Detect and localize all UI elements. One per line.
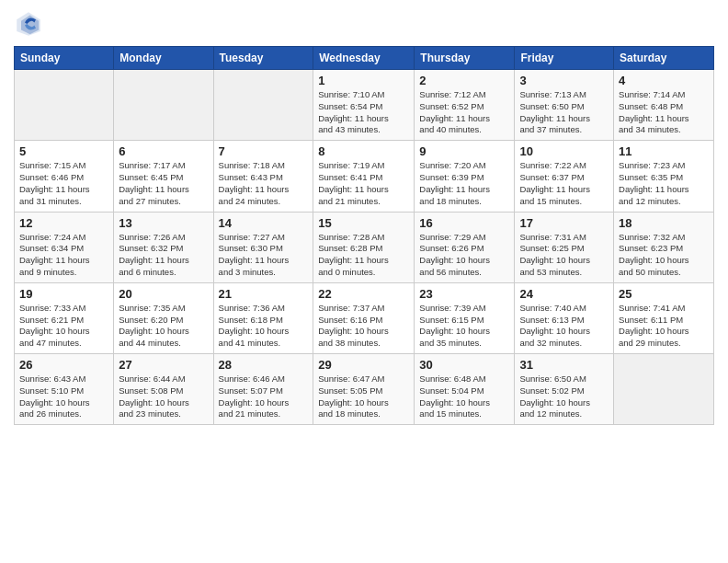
calendar-cell: 11Sunrise: 7:23 AM Sunset: 6:35 PM Dayli…	[614, 141, 714, 212]
day-info: Sunrise: 7:26 AM Sunset: 6:32 PM Dayligh…	[119, 232, 208, 279]
day-number: 12	[19, 216, 108, 230]
calendar-cell: 31Sunrise: 6:50 AM Sunset: 5:02 PM Dayli…	[515, 354, 614, 425]
weekday-header-thursday: Thursday	[415, 47, 515, 70]
calendar-cell: 13Sunrise: 7:26 AM Sunset: 6:32 PM Dayli…	[114, 212, 213, 282]
day-info: Sunrise: 7:33 AM Sunset: 6:21 PM Dayligh…	[19, 303, 108, 350]
day-info: Sunrise: 6:50 AM Sunset: 5:02 PM Dayligh…	[519, 373, 609, 420]
header	[14, 9, 714, 39]
day-number: 15	[318, 216, 409, 230]
calendar-week-row: 1Sunrise: 7:10 AM Sunset: 6:54 PM Daylig…	[15, 70, 714, 141]
day-number: 20	[119, 287, 208, 301]
day-info: Sunrise: 7:10 AM Sunset: 6:54 PM Dayligh…	[318, 89, 409, 136]
calendar-week-row: 12Sunrise: 7:24 AM Sunset: 6:34 PM Dayli…	[15, 212, 714, 282]
day-number: 8	[318, 144, 409, 158]
calendar-cell: 27Sunrise: 6:44 AM Sunset: 5:08 PM Dayli…	[114, 354, 213, 425]
day-info: Sunrise: 7:19 AM Sunset: 6:41 PM Dayligh…	[318, 160, 409, 207]
calendar-cell: 4Sunrise: 7:14 AM Sunset: 6:48 PM Daylig…	[614, 70, 714, 141]
calendar-cell: 17Sunrise: 7:31 AM Sunset: 6:25 PM Dayli…	[515, 212, 614, 282]
day-number: 11	[619, 144, 709, 158]
day-number: 28	[219, 358, 309, 372]
day-number: 21	[219, 287, 309, 301]
calendar-cell: 29Sunrise: 6:47 AM Sunset: 5:05 PM Dayli…	[313, 354, 415, 425]
weekday-header-monday: Monday	[114, 47, 213, 70]
calendar-table: SundayMondayTuesdayWednesdayThursdayFrid…	[14, 46, 714, 425]
calendar-cell: 2Sunrise: 7:12 AM Sunset: 6:52 PM Daylig…	[415, 70, 515, 141]
calendar-cell: 6Sunrise: 7:17 AM Sunset: 6:45 PM Daylig…	[114, 141, 213, 212]
day-number: 9	[419, 144, 509, 158]
day-info: Sunrise: 7:36 AM Sunset: 6:18 PM Dayligh…	[219, 303, 309, 350]
calendar-cell: 25Sunrise: 7:41 AM Sunset: 6:11 PM Dayli…	[614, 282, 714, 353]
calendar-cell: 24Sunrise: 7:40 AM Sunset: 6:13 PM Dayli…	[515, 282, 614, 353]
calendar-cell: 19Sunrise: 7:33 AM Sunset: 6:21 PM Dayli…	[15, 282, 114, 353]
day-info: Sunrise: 7:13 AM Sunset: 6:50 PM Dayligh…	[519, 89, 609, 136]
calendar-cell: 28Sunrise: 6:46 AM Sunset: 5:07 PM Dayli…	[213, 354, 313, 425]
day-info: Sunrise: 7:41 AM Sunset: 6:11 PM Dayligh…	[619, 303, 709, 350]
calendar-week-row: 19Sunrise: 7:33 AM Sunset: 6:21 PM Dayli…	[15, 282, 714, 353]
day-number: 27	[119, 358, 208, 372]
day-info: Sunrise: 7:29 AM Sunset: 6:26 PM Dayligh…	[419, 232, 509, 279]
day-number: 2	[419, 74, 509, 87]
weekday-header-saturday: Saturday	[614, 47, 714, 70]
day-number: 29	[318, 358, 409, 372]
day-info: Sunrise: 7:17 AM Sunset: 6:45 PM Dayligh…	[119, 160, 208, 207]
day-number: 10	[519, 144, 609, 158]
day-number: 1	[318, 74, 409, 87]
day-info: Sunrise: 7:12 AM Sunset: 6:52 PM Dayligh…	[419, 89, 509, 136]
weekday-header-tuesday: Tuesday	[213, 47, 313, 70]
calendar-cell: 15Sunrise: 7:28 AM Sunset: 6:28 PM Dayli…	[313, 212, 415, 282]
day-info: Sunrise: 7:27 AM Sunset: 6:30 PM Dayligh…	[219, 232, 309, 279]
weekday-header-friday: Friday	[515, 47, 614, 70]
day-number: 13	[119, 216, 208, 230]
calendar-cell: 1Sunrise: 7:10 AM Sunset: 6:54 PM Daylig…	[313, 70, 415, 141]
day-number: 19	[19, 287, 108, 301]
calendar-cell: 10Sunrise: 7:22 AM Sunset: 6:37 PM Dayli…	[515, 141, 614, 212]
day-number: 24	[519, 287, 609, 301]
day-info: Sunrise: 7:31 AM Sunset: 6:25 PM Dayligh…	[519, 232, 609, 279]
page: SundayMondayTuesdayWednesdayThursdayFrid…	[0, 0, 728, 563]
calendar-week-row: 5Sunrise: 7:15 AM Sunset: 6:46 PM Daylig…	[15, 141, 714, 212]
day-number: 5	[19, 144, 108, 158]
day-info: Sunrise: 7:40 AM Sunset: 6:13 PM Dayligh…	[519, 303, 609, 350]
day-info: Sunrise: 6:46 AM Sunset: 5:07 PM Dayligh…	[219, 373, 309, 420]
weekday-header-wednesday: Wednesday	[313, 47, 415, 70]
day-info: Sunrise: 7:15 AM Sunset: 6:46 PM Dayligh…	[19, 160, 108, 207]
day-info: Sunrise: 7:37 AM Sunset: 6:16 PM Dayligh…	[318, 303, 409, 350]
calendar-cell: 14Sunrise: 7:27 AM Sunset: 6:30 PM Dayli…	[213, 212, 313, 282]
day-number: 17	[519, 216, 609, 230]
day-number: 16	[419, 216, 509, 230]
day-info: Sunrise: 7:24 AM Sunset: 6:34 PM Dayligh…	[19, 232, 108, 279]
day-info: Sunrise: 6:47 AM Sunset: 5:05 PM Dayligh…	[318, 373, 409, 420]
calendar-cell: 12Sunrise: 7:24 AM Sunset: 6:34 PM Dayli…	[15, 212, 114, 282]
calendar-cell: 18Sunrise: 7:32 AM Sunset: 6:23 PM Dayli…	[614, 212, 714, 282]
calendar-week-row: 26Sunrise: 6:43 AM Sunset: 5:10 PM Dayli…	[15, 354, 714, 425]
day-info: Sunrise: 7:22 AM Sunset: 6:37 PM Dayligh…	[519, 160, 609, 207]
day-number: 23	[419, 287, 509, 301]
day-info: Sunrise: 7:18 AM Sunset: 6:43 PM Dayligh…	[219, 160, 309, 207]
calendar-cell: 20Sunrise: 7:35 AM Sunset: 6:20 PM Dayli…	[114, 282, 213, 353]
day-info: Sunrise: 6:48 AM Sunset: 5:04 PM Dayligh…	[419, 373, 509, 420]
calendar-cell	[614, 354, 714, 425]
logo	[14, 9, 47, 39]
calendar-cell: 22Sunrise: 7:37 AM Sunset: 6:16 PM Dayli…	[313, 282, 415, 353]
calendar-cell: 3Sunrise: 7:13 AM Sunset: 6:50 PM Daylig…	[515, 70, 614, 141]
day-number: 31	[519, 358, 609, 372]
weekday-header-row: SundayMondayTuesdayWednesdayThursdayFrid…	[15, 47, 714, 70]
calendar-cell	[15, 70, 114, 141]
day-number: 30	[419, 358, 509, 372]
calendar-cell: 26Sunrise: 6:43 AM Sunset: 5:10 PM Dayli…	[15, 354, 114, 425]
calendar-cell: 21Sunrise: 7:36 AM Sunset: 6:18 PM Dayli…	[213, 282, 313, 353]
weekday-header-sunday: Sunday	[15, 47, 114, 70]
day-info: Sunrise: 7:32 AM Sunset: 6:23 PM Dayligh…	[619, 232, 709, 279]
logo-icon	[14, 9, 43, 39]
day-number: 6	[119, 144, 208, 158]
day-number: 18	[619, 216, 709, 230]
day-number: 4	[619, 74, 709, 87]
day-info: Sunrise: 7:23 AM Sunset: 6:35 PM Dayligh…	[619, 160, 709, 207]
calendar-cell: 5Sunrise: 7:15 AM Sunset: 6:46 PM Daylig…	[15, 141, 114, 212]
day-info: Sunrise: 6:43 AM Sunset: 5:10 PM Dayligh…	[19, 373, 108, 420]
day-number: 14	[219, 216, 309, 230]
day-info: Sunrise: 7:28 AM Sunset: 6:28 PM Dayligh…	[318, 232, 409, 279]
day-info: Sunrise: 6:44 AM Sunset: 5:08 PM Dayligh…	[119, 373, 208, 420]
calendar-cell: 23Sunrise: 7:39 AM Sunset: 6:15 PM Dayli…	[415, 282, 515, 353]
day-info: Sunrise: 7:20 AM Sunset: 6:39 PM Dayligh…	[419, 160, 509, 207]
